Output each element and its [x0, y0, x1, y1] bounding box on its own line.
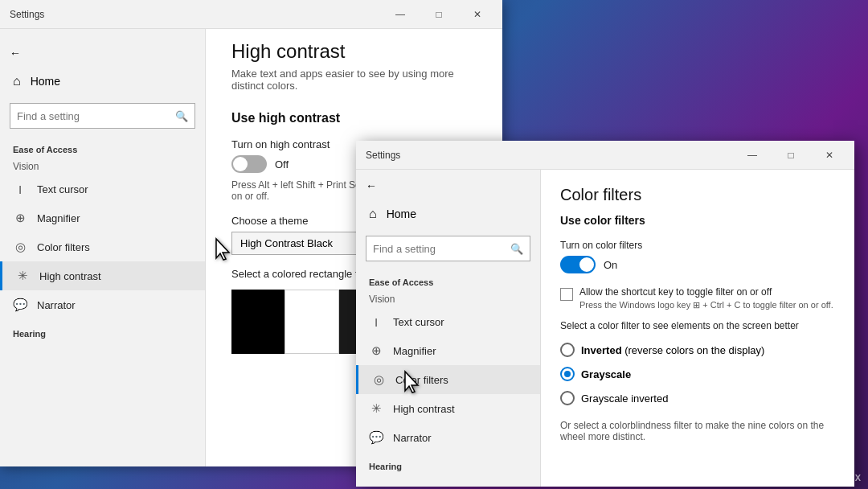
- back-button-1[interactable]: ←: [0, 40, 205, 66]
- ease-of-access-label-2: Ease of Access: [356, 268, 540, 290]
- home-label-1: Home: [31, 75, 60, 88]
- narrator-label-1: Narrator: [37, 299, 76, 311]
- text-cursor-label-1: Text cursor: [37, 183, 88, 195]
- radio-grayscale-label: Grayscale: [581, 368, 631, 380]
- high-contrast-icon-1: ✳: [15, 269, 30, 283]
- magnifier-label-2: Magnifier: [393, 345, 436, 357]
- titlebar-2-controls: — □ ✕: [734, 142, 848, 168]
- magnifier-icon-2: ⊕: [369, 343, 383, 358]
- hearing-label-2: Hearing: [356, 452, 540, 475]
- color-filters-toggle[interactable]: [560, 256, 596, 273]
- sidebar-item-narrator-2[interactable]: 💬 Narrator: [356, 423, 540, 452]
- vision-label-2: Vision: [356, 290, 540, 308]
- minimize-button-2[interactable]: —: [734, 142, 771, 168]
- close-button-2[interactable]: ✕: [811, 142, 848, 168]
- radio-inverted[interactable]: Inverted (reverse colors on the display): [560, 338, 835, 362]
- narrator-icon-2: 💬: [369, 430, 383, 445]
- back-icon-2: ←: [366, 179, 377, 192]
- toggle-knob-1: [233, 157, 248, 171]
- high-contrast-label-2: High contrast: [393, 403, 455, 415]
- sidebar-1: ← ⌂ Home 🔍 Ease of Access Vision I Text …: [0, 0, 206, 466]
- toggle-label-2: Turn on color filters: [560, 240, 835, 251]
- home-icon-2: ⌂: [369, 207, 377, 221]
- maximize-button-2[interactable]: □: [772, 142, 809, 168]
- high-contrast-label-1: High contrast: [39, 270, 101, 282]
- radio-grayscale-inverted[interactable]: Grayscale inverted: [560, 386, 835, 410]
- sidebar-item-narrator-1[interactable]: 💬 Narrator: [0, 290, 205, 319]
- shortcut-hint: Press the Windows logo key ⊞ + Ctrl + C …: [579, 300, 833, 310]
- search-icon-1: 🔍: [175, 110, 188, 122]
- toggle-status-1: Off: [275, 158, 289, 171]
- sidebar-item-color-filters-2[interactable]: ◎ Color filters: [356, 365, 540, 394]
- page-subtitle-1: Make text and apps easier to see by usin…: [231, 68, 477, 92]
- color-box-white[interactable]: [285, 290, 339, 354]
- sidebar-item-color-filters-1[interactable]: ◎ Color filters: [0, 232, 205, 261]
- home-nav-2[interactable]: ⌂ Home: [356, 199, 540, 229]
- high-contrast-icon-2: ✳: [369, 401, 383, 416]
- search-box-2[interactable]: 🔍: [366, 236, 530, 261]
- titlebar-1: Settings — □ ✕: [0, 0, 502, 29]
- radio-circle-grayscale-inverted: [560, 391, 575, 405]
- home-nav-1[interactable]: ⌂ Home: [0, 66, 205, 97]
- radio-group: Inverted (reverse colors on the display)…: [560, 338, 835, 410]
- vision-label-1: Vision: [0, 158, 205, 175]
- sidebar-item-magnifier-1[interactable]: ⊕ Magnifier: [0, 203, 205, 232]
- watermark: UGETFIX: [817, 473, 862, 483]
- radio-circle-inverted: [560, 343, 575, 357]
- radio-dot-grayscale: [564, 371, 571, 377]
- color-filters-label-1: Color filters: [37, 241, 90, 253]
- color-filters-icon-2: ◎: [371, 372, 386, 387]
- theme-value: High Contrast Black: [240, 237, 333, 249]
- maximize-button-1[interactable]: □: [420, 2, 457, 27]
- home-label-2: Home: [387, 208, 416, 220]
- narrator-icon-1: 💬: [13, 298, 27, 312]
- sidebar-item-text-cursor-1[interactable]: I Text cursor: [0, 175, 205, 203]
- titlebar-2-title: Settings: [366, 150, 400, 161]
- sidebar-2: ← ⌂ Home 🔍 Ease of Access Vision I Text …: [356, 170, 541, 487]
- color-filters-label-2: Color filters: [395, 374, 448, 386]
- page-title-2: Color filters: [560, 186, 835, 204]
- titlebar-2: Settings — □ ✕: [356, 141, 854, 170]
- minimize-button-1[interactable]: —: [382, 2, 419, 27]
- radio-grayscale[interactable]: Grayscale: [560, 362, 835, 386]
- use-high-contrast-title: Use high contrast: [231, 111, 477, 125]
- toggle-knob-2: [579, 257, 594, 272]
- shortcut-checkbox[interactable]: [560, 288, 573, 301]
- ease-of-access-label-1: Ease of Access: [0, 135, 205, 158]
- search-box-1[interactable]: 🔍: [10, 103, 195, 129]
- close-button-1[interactable]: ✕: [459, 2, 496, 27]
- sidebar-item-high-contrast-2[interactable]: ✳ High contrast: [356, 394, 540, 423]
- checkbox-row: Allow the shortcut key to toggle filter …: [560, 286, 835, 310]
- toggle-container-2: On: [560, 256, 835, 273]
- sidebar-item-magnifier-2[interactable]: ⊕ Magnifier: [356, 336, 540, 365]
- text-cursor-icon-1: I: [13, 183, 27, 196]
- radio-inverted-label: Inverted (reverse colors on the display): [581, 344, 764, 356]
- window2-body: ← ⌂ Home 🔍 Ease of Access Vision I Text …: [356, 170, 854, 487]
- radio-circle-grayscale: [560, 367, 575, 381]
- search-input-1[interactable]: [17, 110, 175, 122]
- search-input-2[interactable]: [373, 243, 510, 255]
- sidebar-item-text-cursor-2[interactable]: I Text cursor: [356, 308, 540, 336]
- radio-grayscale-inverted-label: Grayscale inverted: [581, 392, 668, 405]
- titlebar-1-controls: — □ ✕: [382, 2, 496, 27]
- text-cursor-icon-2: I: [369, 315, 383, 329]
- use-color-filters-title: Use color filters: [560, 214, 835, 227]
- magnifier-label-1: Magnifier: [37, 212, 80, 224]
- text-cursor-label-2: Text cursor: [393, 316, 444, 328]
- narrator-label-2: Narrator: [393, 432, 432, 444]
- magnifier-icon-1: ⊕: [13, 211, 27, 225]
- high-contrast-toggle[interactable]: [231, 155, 267, 173]
- toggle-status-2: On: [604, 259, 617, 271]
- color-box-black[interactable]: [231, 290, 285, 354]
- home-icon-1: ⌂: [13, 74, 21, 88]
- colorblind-hint: Or select a colorblindness filter to mak…: [560, 420, 835, 442]
- checkbox-label: Allow the shortcut key to toggle filter …: [579, 286, 833, 298]
- titlebar-1-title: Settings: [10, 9, 44, 20]
- search-icon-2: 🔍: [510, 243, 523, 255]
- sidebar-item-high-contrast-1[interactable]: ✳ High contrast: [0, 261, 205, 290]
- window2-color-filters: Settings — □ ✕ ← ⌂ Home 🔍 Ease of Access…: [356, 141, 854, 487]
- back-button-2[interactable]: ←: [356, 173, 540, 199]
- back-icon-1: ←: [10, 47, 21, 60]
- hearing-label-1: Hearing: [0, 319, 205, 342]
- select-filter-label: Select a color filter to see elements on…: [560, 320, 835, 331]
